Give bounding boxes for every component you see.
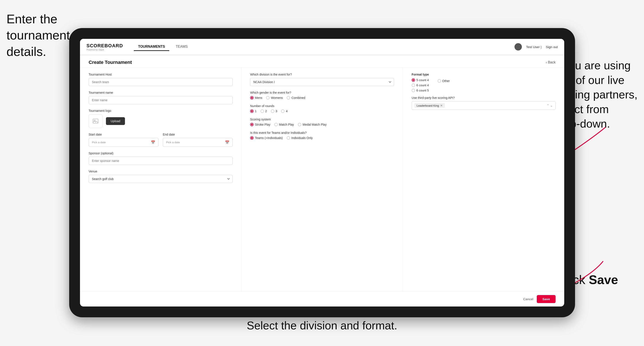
- radio-teams-circle: [250, 136, 254, 140]
- round-4[interactable]: 4: [281, 109, 288, 113]
- annotation-top-left: Enter the tournament details.: [6, 11, 70, 60]
- gender-mens[interactable]: Mens: [250, 96, 262, 100]
- format-radio-list: 5 count 4 6 count 4 6 count 5: [412, 78, 429, 92]
- division-group: Which division is the event for? NCAA Di…: [250, 73, 394, 86]
- teams-label: Is this event for Teams and/or Individua…: [250, 131, 394, 135]
- annotation-bottom-center: Select the division and format.: [247, 318, 397, 333]
- radio-5c4-circle: [412, 78, 415, 82]
- form-col-right: Format type 5 count 4 6 count 4: [403, 68, 564, 291]
- tablet-frame: SCOREBOARD Powered by clippit TOURNAMENT…: [69, 28, 575, 317]
- scoring-match[interactable]: Match Play: [274, 123, 294, 126]
- format-6count5[interactable]: 6 count 5: [412, 89, 429, 92]
- end-date-group: End date Pick a date 📅: [163, 133, 232, 147]
- radio-individuals-circle: [287, 136, 290, 140]
- round-2[interactable]: 2: [260, 109, 267, 113]
- form-col-left: Tournament Host Tournament name Tourname…: [80, 68, 242, 291]
- tournament-name-label: Tournament name: [89, 91, 232, 94]
- venue-group: Venue Search golf club: [89, 170, 232, 183]
- sponsor-label: Sponsor (optional): [89, 152, 232, 155]
- signout-link[interactable]: Sign out: [546, 45, 558, 49]
- user-avatar: [514, 43, 522, 50]
- logo-area: Upload: [89, 114, 232, 128]
- save-button[interactable]: Save: [537, 295, 556, 303]
- radio-6c4-circle: [412, 84, 415, 87]
- form-footer: Cancel Save: [80, 291, 564, 307]
- live-scoring-select[interactable]: Leaderboard King ✕ ⌃ ⌄: [412, 101, 556, 110]
- radio-combined-circle: [287, 96, 290, 100]
- tournament-name-input[interactable]: [89, 96, 232, 104]
- rounds-radio-row: 1 2 3 4: [250, 109, 394, 113]
- live-tag: Leaderboard King ✕: [414, 103, 445, 108]
- calendar-icon: 📅: [151, 140, 155, 144]
- end-date-input[interactable]: Pick a date 📅: [163, 138, 232, 147]
- round-3[interactable]: 3: [271, 109, 277, 113]
- tournament-logo-label: Tournament logo: [89, 109, 232, 112]
- format-type-label: Format type: [412, 73, 556, 76]
- format-other[interactable]: Other: [438, 79, 450, 83]
- tournament-host-input[interactable]: [89, 78, 232, 86]
- radio-4-circle: [281, 109, 284, 113]
- nav-tournaments[interactable]: TOURNAMENTS: [134, 43, 169, 51]
- nav-right: Test User | Sign out: [514, 43, 558, 50]
- gender-womens[interactable]: Womens: [266, 96, 283, 100]
- scoring-group: Scoring system Stroke Play Match Play: [250, 118, 394, 126]
- form-col-middle: Which division is the event for? NCAA Di…: [242, 68, 403, 291]
- radio-match-circle: [274, 123, 278, 126]
- teams-group: Is this event for Teams and/or Individua…: [250, 131, 394, 140]
- nav-links: TOURNAMENTS TEAMS: [134, 43, 514, 51]
- rounds-label: Number of rounds: [250, 104, 394, 108]
- tournament-host-group: Tournament Host: [89, 73, 232, 86]
- navbar: SCOREBOARD Powered by clippit TOURNAMENT…: [80, 39, 564, 55]
- tournament-name-group: Tournament name: [89, 91, 232, 104]
- scoring-medal-match[interactable]: Medal Match Play: [298, 123, 327, 126]
- scoring-radio-row: Stroke Play Match Play Medal Match Play: [250, 123, 394, 126]
- live-scoring-arrow: ⌃ ⌄: [547, 104, 553, 107]
- radio-3-circle: [271, 109, 274, 113]
- live-tag-remove[interactable]: ✕: [440, 104, 443, 107]
- radio-mens-circle: [250, 96, 254, 100]
- tournament-host-label: Tournament Host: [89, 73, 232, 76]
- venue-label: Venue: [89, 170, 232, 173]
- cancel-button[interactable]: Cancel: [523, 297, 533, 301]
- end-date-label: End date: [163, 133, 232, 136]
- form-body: Tournament Host Tournament name Tourname…: [80, 68, 564, 291]
- tablet-screen: SCOREBOARD Powered by clippit TOURNAMENT…: [80, 39, 564, 307]
- back-link[interactable]: Back: [546, 60, 556, 64]
- svg-rect-4: [93, 119, 98, 123]
- gender-group: Which gender is the event for? Mens Wome…: [250, 91, 394, 100]
- form-header: Create Tournament Back: [80, 55, 564, 68]
- scoring-label: Scoring system: [250, 118, 394, 121]
- date-row: Start date Pick a date 📅 End date Pick a…: [89, 133, 232, 147]
- radio-other-circle: [438, 79, 441, 83]
- division-select[interactable]: NCAA Division I: [250, 78, 394, 86]
- brand: SCOREBOARD Powered by clippit: [86, 43, 123, 51]
- logo-preview: [89, 114, 102, 128]
- scoring-stroke[interactable]: Stroke Play: [250, 123, 270, 126]
- brand-subtitle: Powered by clippit: [86, 49, 123, 51]
- tournament-logo-group: Tournament logo Upload: [89, 109, 232, 128]
- individuals-only[interactable]: Individuals Only: [287, 136, 313, 140]
- user-label: Test User |: [526, 45, 542, 49]
- radio-1-circle: [250, 109, 254, 113]
- start-date-group: Start date Pick a date 📅: [89, 133, 158, 147]
- upload-button[interactable]: Upload: [106, 117, 125, 125]
- round-1[interactable]: 1: [250, 109, 256, 113]
- radio-stroke-circle: [250, 123, 254, 126]
- sponsor-input[interactable]: [89, 157, 232, 165]
- nav-teams[interactable]: TEAMS: [172, 43, 192, 51]
- format-5count4[interactable]: 5 count 4: [412, 78, 429, 82]
- brand-title: SCOREBOARD: [86, 43, 123, 49]
- calendar-icon-end: 📅: [225, 140, 229, 144]
- start-date-input[interactable]: Pick a date 📅: [89, 138, 158, 147]
- live-scoring-label: Use third-party live scoring API?: [412, 96, 556, 100]
- gender-combined[interactable]: Combined: [287, 96, 305, 100]
- venue-select[interactable]: Search golf club: [89, 175, 232, 183]
- gender-radio-row: Mens Womens Combined: [250, 96, 394, 100]
- radio-6c5-circle: [412, 89, 415, 92]
- form-title: Create Tournament: [89, 60, 132, 65]
- radio-womens-circle: [266, 96, 270, 100]
- teams-plus-individuals[interactable]: Teams (+Individuals): [250, 136, 283, 140]
- format-type-group: Format type 5 count 4 6 count 4: [412, 73, 556, 92]
- format-6count4[interactable]: 6 count 4: [412, 84, 429, 87]
- sponsor-group: Sponsor (optional): [89, 152, 232, 165]
